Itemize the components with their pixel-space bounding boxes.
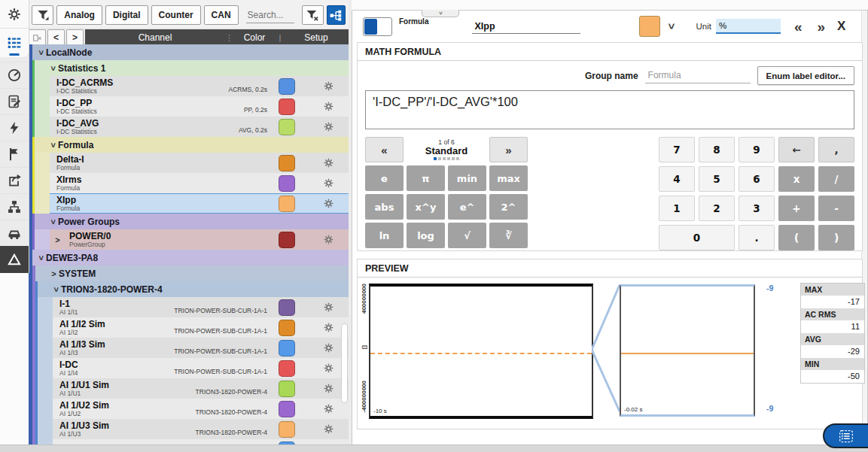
numpad-key-.[interactable]: . (739, 225, 775, 250)
channel-row[interactable]: AI 1/U1 SimAI 1/U1TRION3-1820-POWER-4 (29, 378, 349, 399)
numpad-key-3[interactable]: 3 (739, 196, 775, 221)
function-key-∛[interactable]: ∛ (489, 223, 528, 248)
numpad-key-0[interactable]: 0 (659, 225, 735, 250)
sidebar-item-trigger[interactable] (0, 114, 29, 141)
channel-color-swatch[interactable] (279, 232, 295, 248)
scroll-columns-right-button[interactable]: > (66, 29, 84, 46)
clear-filter-button[interactable] (302, 5, 324, 25)
channel-settings-gear-icon[interactable] (308, 403, 349, 414)
numpad-key-x[interactable]: x (778, 166, 815, 192)
numpad-key-9[interactable]: 9 (739, 137, 775, 162)
chevron-down-icon[interactable]: > (52, 284, 61, 294)
column-header-channel[interactable]: Channel (85, 32, 225, 43)
channel-color-swatch[interactable] (279, 196, 295, 212)
filter-counter-button[interactable]: Counter (151, 5, 201, 25)
channel-name-input[interactable] (472, 20, 580, 34)
channel-color-swatch[interactable] (279, 381, 295, 397)
filter-icon-button[interactable] (32, 5, 53, 25)
numpad-key--[interactable]: - (818, 196, 854, 221)
channel-settings-gear-icon[interactable] (308, 101, 349, 112)
filter-can-button[interactable]: CAN (204, 5, 239, 25)
numpad-key-)[interactable]: ) (818, 225, 854, 250)
group-row[interactable]: >SYSTEM (29, 265, 349, 281)
group-row[interactable]: >LocalNode (29, 44, 349, 60)
group-row[interactable]: >Formula (29, 137, 349, 153)
function-key-π[interactable]: π (407, 165, 445, 191)
chevron-down-icon[interactable]: > (37, 253, 46, 262)
numpad-key-6[interactable]: 6 (739, 166, 775, 192)
channel-row[interactable]: XIppFormula (29, 193, 349, 214)
channel-settings-gear-icon[interactable] (308, 121, 349, 132)
function-key-e^[interactable]: e^ (448, 194, 486, 220)
channel-row[interactable]: Delta-IFormula (29, 153, 349, 173)
channel-color-swatch[interactable] (279, 421, 295, 438)
channel-color-swatch[interactable] (279, 360, 295, 377)
sidebar-item-reporting[interactable] (0, 88, 29, 114)
numpad-key-2[interactable]: 2 (699, 196, 735, 221)
group-row[interactable]: >TRION3-1820-POWER-4 (29, 281, 349, 297)
channel-color-swatch[interactable] (279, 299, 295, 316)
search-input[interactable] (246, 8, 294, 23)
channel-settings-gear-icon[interactable] (308, 157, 349, 168)
channel-color-swatch[interactable] (279, 175, 295, 192)
numpad-key-([interactable]: ( (778, 225, 815, 250)
channel-color-swatch[interactable] (279, 119, 295, 135)
chevron-down-icon[interactable]: > (49, 217, 58, 226)
numpad-key-4[interactable]: 4 (659, 166, 695, 192)
chevron-down-icon[interactable]: > (49, 63, 58, 73)
channel-settings-gear-icon[interactable] (308, 234, 349, 245)
chevron-down-icon[interactable]: > (37, 47, 46, 57)
channel-settings-gear-icon[interactable] (308, 80, 349, 92)
formula-input[interactable]: 'I-DC_PP'/'I-DC_AVG'*100 (365, 90, 854, 129)
preview-zoom-chart[interactable]: -0.02 s (620, 284, 755, 417)
function-key-log[interactable]: log (407, 223, 445, 248)
channel-settings-gear-icon[interactable] (308, 177, 349, 189)
numpad-key-,[interactable]: , (818, 137, 854, 162)
next-channel-button[interactable]: » (815, 20, 827, 34)
group-name-input[interactable] (645, 68, 751, 83)
channel-tree-view-button[interactable] (327, 5, 346, 25)
function-key-min[interactable]: min (448, 165, 486, 191)
numpad-key-+[interactable]: + (778, 196, 815, 221)
function-key-max[interactable]: max (489, 165, 528, 191)
chevron-down-icon[interactable]: > (49, 140, 58, 150)
group-row[interactable]: >Power Groups (29, 214, 349, 229)
column-header-color[interactable]: Color (233, 32, 276, 43)
color-dropdown-chevron-icon[interactable]: > (665, 22, 678, 32)
sidebar-item-vehicle[interactable] (0, 220, 29, 246)
function-set-next-button[interactable]: » (489, 137, 528, 162)
collapse-panel-tab[interactable]: > (422, 10, 459, 17)
numpad-key-7[interactable]: 7 (659, 137, 695, 162)
channel-row[interactable]: AI 1/U2 SimAI 1/U2TRION3-1820-POWER-4 (29, 399, 349, 419)
function-key-x^y[interactable]: x^y (407, 194, 445, 220)
channel-row[interactable]: AI 1/I2 SimAI 1/I2TRION-POWER-SUB-CUR-1A… (29, 317, 349, 338)
sidebar-item-channels[interactable] (0, 28, 29, 57)
channel-color-swatch[interactable] (279, 78, 295, 95)
sidebar-item-export[interactable] (0, 167, 29, 193)
channel-row[interactable]: AI 1/U3 SimAI 1/U3TRION3-1820-POWER-4 (29, 419, 349, 439)
numpad-key-←[interactable]: ← (778, 137, 815, 162)
channel-color-swatch[interactable] (279, 155, 295, 171)
channel-color-swatch[interactable] (279, 401, 295, 417)
numpad-key-/[interactable]: / (818, 166, 854, 192)
column-header-setup[interactable]: Setup (284, 32, 349, 43)
channel-color-swatch[interactable] (279, 340, 295, 356)
sidebar-item-logo[interactable] (0, 246, 29, 273)
remove-column-button[interactable] (29, 29, 46, 46)
column-drag-handle[interactable]: ⋮ (225, 33, 233, 43)
numpad-key-8[interactable]: 8 (699, 137, 735, 162)
filter-digital-button[interactable]: Digital (105, 5, 148, 25)
channel-settings-gear-icon[interactable] (308, 423, 349, 435)
function-key-e[interactable]: e (365, 165, 404, 191)
channel-settings-gear-icon[interactable] (308, 302, 349, 313)
channel-color-swatch[interactable] (279, 320, 295, 336)
sidebar-item-settings[interactable] (0, 0, 29, 28)
group-row[interactable]: >Statistics 1 (29, 60, 349, 76)
channel-settings-gear-icon[interactable] (308, 198, 349, 209)
filter-analog-button[interactable]: Analog (56, 5, 102, 25)
sidebar-item-measurement[interactable] (0, 62, 29, 88)
channel-list-scrollbar[interactable] (341, 323, 348, 403)
scroll-columns-left-button[interactable]: < (47, 29, 65, 46)
channel-row[interactable]: I-DC_AVGI-DC StatisticsAVG, 0.2s (29, 117, 349, 137)
channel-row[interactable]: >POWER/0PowerGroup (29, 229, 349, 250)
